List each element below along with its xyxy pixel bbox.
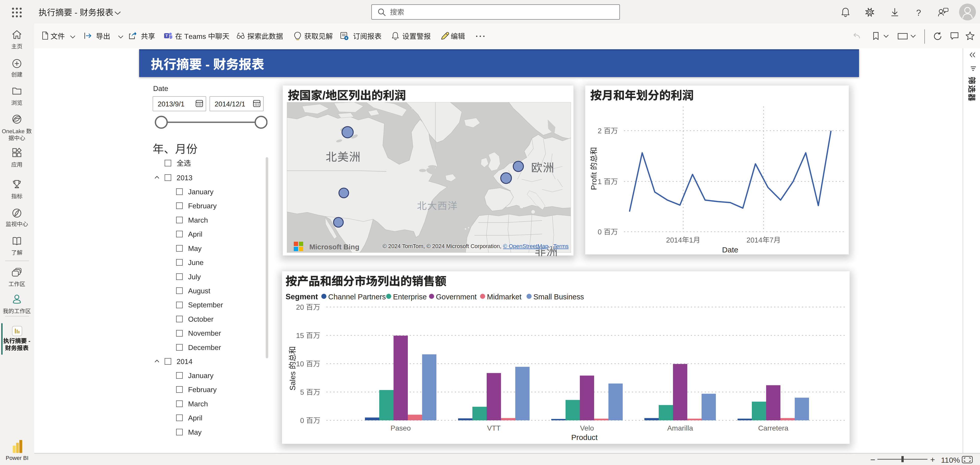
svg-text:T: T <box>165 33 168 38</box>
